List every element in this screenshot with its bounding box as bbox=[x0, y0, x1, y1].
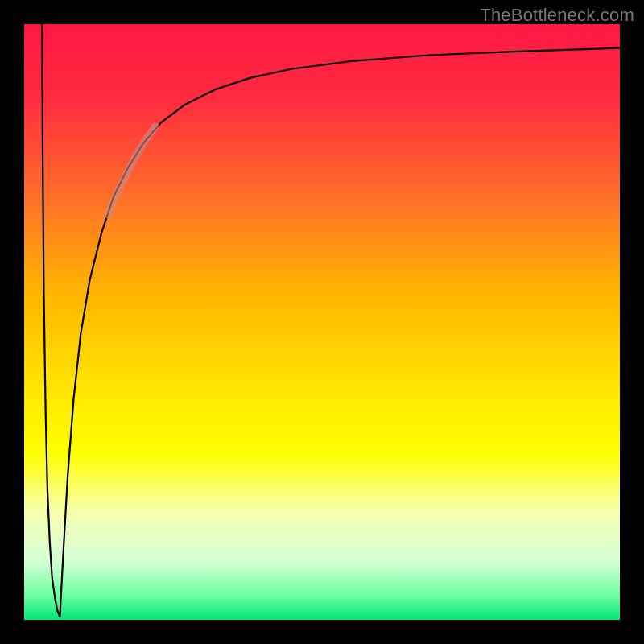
watermark-text: TheBottleneck.com bbox=[480, 5, 634, 26]
gradient-background bbox=[24, 24, 620, 620]
chart-svg bbox=[24, 24, 620, 620]
chart-container: TheBottleneck.com bbox=[0, 0, 644, 644]
plot-area bbox=[24, 24, 620, 620]
